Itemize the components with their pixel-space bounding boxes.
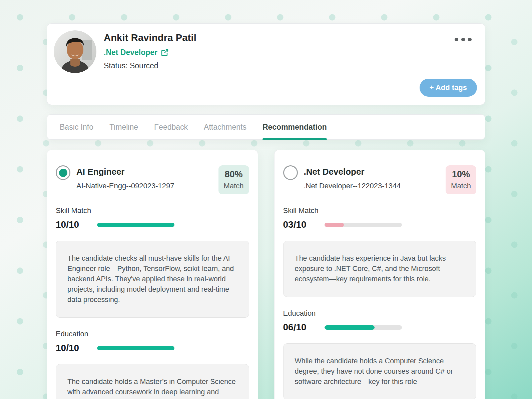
profile-main: Ankit Ravindra Patil .Net Developer Stat… (54, 30, 478, 73)
section-label: Education (283, 309, 477, 318)
match-label: Match (451, 182, 471, 190)
tab-feedback[interactable]: Feedback (154, 115, 188, 139)
rec-card-header: .Net Developer .Net Developer--122023-13… (283, 158, 477, 194)
recommendation-card-net-developer: .Net Developer .Net Developer--122023-13… (274, 150, 486, 399)
match-badge: 10% Match (446, 165, 476, 194)
education-section: Education 10/10 The candidate holds a Ma… (56, 330, 249, 399)
score-value: 10/10 (56, 343, 97, 353)
profile-tabbar: Basic Info Timeline Feedback Attachments… (47, 114, 485, 140)
more-options-button[interactable] (455, 38, 472, 41)
match-badge: 80% Match (218, 165, 249, 194)
role-link-text[interactable]: .Net Developer (104, 48, 157, 57)
tab-recommendation[interactable]: Recommendation (262, 115, 327, 139)
assessment-note: While the candidate holds a Computer Sci… (283, 343, 477, 399)
assessment-note: The candidate holds a Master’s in Comput… (56, 364, 249, 399)
score-row: 10/10 (56, 219, 249, 230)
requisition-id: AI-Native-Engg--092023-1297 (76, 182, 212, 190)
progress-bar-fill (325, 325, 375, 330)
radio-dot (59, 169, 67, 177)
rec-card-header: AI Engineer AI-Native-Engg--092023-1297 … (56, 158, 249, 194)
score-value: 03/10 (283, 219, 325, 230)
score-row: 06/10 (283, 322, 477, 333)
ellipsis-dot (461, 38, 465, 41)
progress-bar (97, 346, 174, 350)
ellipsis-dot (455, 38, 458, 41)
match-percentage: 80% (224, 169, 244, 180)
tab-basic-info[interactable]: Basic Info (60, 115, 93, 139)
progress-bar (97, 223, 174, 227)
ellipsis-dot (468, 38, 472, 41)
radio-selected[interactable] (56, 165, 70, 180)
assessment-note: The candidate has experience in Java but… (283, 241, 477, 297)
candidate-profile-card: Ankit Ravindra Patil .Net Developer Stat… (47, 23, 485, 105)
candidate-name: Ankit Ravindra Patil (104, 32, 196, 43)
section-label: Skill Match (56, 206, 249, 215)
profile-info: Ankit Ravindra Patil .Net Developer Stat… (104, 30, 196, 73)
section-label: Skill Match (283, 206, 477, 215)
person-photo-icon (54, 30, 96, 73)
external-link-icon[interactable] (161, 49, 169, 57)
score-value: 06/10 (283, 322, 325, 333)
score-row: 03/10 (283, 219, 477, 230)
progress-bar-fill (325, 223, 344, 227)
candidate-avatar (54, 30, 96, 73)
add-tags-button[interactable]: + Add tags (420, 79, 477, 97)
progress-bar-fill (97, 223, 174, 227)
rec-titles: AI Engineer AI-Native-Engg--092023-1297 (76, 165, 212, 194)
progress-bar (325, 325, 402, 330)
skill-match-section: Skill Match 10/10 The candidate checks a… (56, 206, 249, 318)
rec-titles: .Net Developer .Net Developer--122023-13… (304, 165, 440, 194)
radio-unselected[interactable] (283, 165, 298, 180)
education-section: Education 06/10 While the candidate hold… (283, 309, 477, 399)
job-title: AI Engineer (76, 167, 212, 177)
match-label: Match (224, 182, 244, 190)
match-percentage: 10% (451, 169, 471, 180)
assessment-note: The candidate checks all must-have skill… (56, 241, 249, 318)
score-value: 10/10 (56, 219, 97, 230)
skill-match-section: Skill Match 03/10 The candidate has expe… (283, 206, 477, 297)
candidate-role-link[interactable]: .Net Developer (104, 48, 196, 57)
tab-timeline[interactable]: Timeline (109, 115, 138, 139)
recommendation-card-ai-engineer: AI Engineer AI-Native-Engg--092023-1297 … (47, 150, 258, 399)
tab-attachments[interactable]: Attachments (204, 115, 246, 139)
progress-bar-fill (97, 346, 174, 350)
score-row: 10/10 (56, 343, 249, 353)
progress-bar (325, 223, 402, 227)
requisition-id: .Net Developer--122023-1344 (304, 182, 440, 190)
candidate-status: Status: Sourced (104, 61, 196, 70)
section-label: Education (56, 330, 249, 338)
page-container: Ankit Ravindra Patil .Net Developer Stat… (47, 23, 485, 399)
recommendation-cards-row: AI Engineer AI-Native-Engg--092023-1297 … (47, 150, 485, 399)
job-title: .Net Developer (304, 167, 440, 177)
